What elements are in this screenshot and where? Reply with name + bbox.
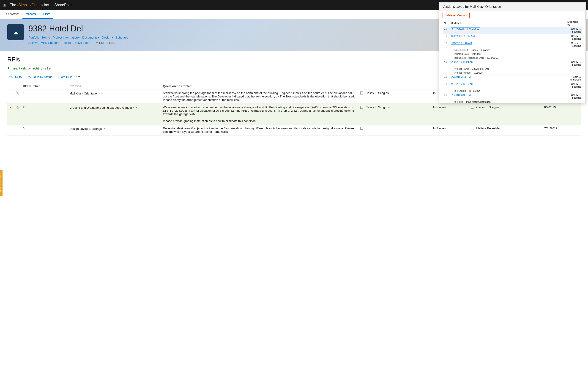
project-name: 9382 Hotel Del (28, 24, 131, 33)
version-modified-by: Casey L. Scogins (566, 27, 582, 34)
version-field-key: Requested Response Date 8/13/2019 (449, 56, 566, 60)
version-field-row: Project Number 109608 (442, 71, 582, 75)
hero-nav-row1: Portfolio Home Project Information Docum… (28, 35, 131, 40)
grid-icon[interactable]: ⊞ (3, 2, 6, 8)
version-date-link[interactable]: 8/13/2019 7:46 AM (451, 42, 472, 45)
new-task-link[interactable]: new task (12, 66, 26, 70)
row-attach: 📎 (14, 104, 21, 125)
row-assignee2: Casey L. Scogins (469, 104, 542, 125)
assignee1-checkbox[interactable] (360, 92, 363, 94)
nav-recycle-bin[interactable]: Recycle Bin (74, 41, 92, 45)
row-question: Reception desk area & adjacent offices t… (161, 125, 358, 136)
version-no: 7.0 (442, 27, 449, 34)
version-date-select[interactable]: 11/26/2019 11:00 AM (451, 28, 480, 31)
version-field-row: RFI Title Mail Kiosk Orientation (442, 100, 582, 103)
project-logo-icon: ☁ (7, 24, 24, 40)
version-modified: 4/24/2019 10:46 AM (449, 82, 566, 89)
assignee1-checkbox[interactable] (360, 106, 363, 109)
version-date-link[interactable]: 3/6/2019 3:02 PM (451, 94, 471, 96)
nav-recent[interactable]: Recent (61, 41, 74, 45)
filter-late-rfis[interactable]: *Late RFIs (56, 74, 74, 80)
edit-list-link[interactable]: edit (33, 66, 39, 70)
nav-vpo-support[interactable]: VPO Support (41, 41, 61, 45)
row-title: Mail Kiosk Orientation ··· (67, 89, 161, 104)
tab-list[interactable]: LIST (40, 10, 53, 19)
nav-portfolio[interactable]: Portfolio (28, 35, 42, 40)
version-field-key: Initiated Date 8/1/2019 (449, 52, 566, 56)
row-assignee1: Casey L. Scogins (359, 89, 431, 104)
row-title: Grading and Drainage Behind Garages A an… (67, 104, 161, 125)
col-question: Question or Problem (161, 83, 358, 89)
delete-all-versions-button[interactable]: Delete All Versions (442, 13, 470, 18)
row-assignee2: Melissa Berkebile (469, 125, 542, 136)
version-field-row: Project Name 9382 Hotel Del (442, 67, 582, 71)
version-field-key: Project Name 9382 Hotel Del (449, 67, 566, 71)
row-check (7, 125, 14, 136)
col-rfi-number: RFI Number (21, 83, 67, 89)
filter-all-rfis[interactable]: *All RFIs (7, 74, 24, 80)
version-field-row: Ball-in-Court Casey L. Scogins (442, 48, 582, 52)
nav-project-info[interactable]: Project Information (53, 35, 82, 40)
row-dots-menu[interactable]: ··· (133, 106, 137, 109)
version-col-modified-by: Modified by (566, 20, 582, 27)
nav-home[interactable]: Home (42, 35, 53, 40)
app-name: SharePoint (54, 3, 72, 7)
hero-nav-row2: Archive VPO Support Recent Recycle Bin ✏… (28, 41, 131, 45)
filter-all-rfis-by-status[interactable]: *All RFIs by Status (25, 74, 54, 80)
version-date-link[interactable]: 5/7/2019 2:11 PM (451, 76, 471, 78)
version-col-no: No. (442, 20, 449, 27)
version-field-row: RFI Status In Review (442, 89, 582, 93)
row-number: 2 (21, 104, 67, 125)
version-modified: 8/13/2019 7:46 AM (449, 41, 566, 48)
nav-design[interactable]: Design (102, 35, 116, 40)
assignee2-checkbox[interactable] (471, 127, 474, 130)
version-panel-body: Delete All Versions No. Modified Modifie… (439, 11, 586, 103)
version-field-key: RFI Title Mail Kiosk Orientation (449, 100, 566, 103)
version-row: 5.0 8/13/2019 7:46 AM Casey L. Scogins (442, 41, 582, 48)
version-date-link[interactable]: 10/23/2019 11:02 AM (451, 35, 475, 37)
version-field-key: Ball-in-Court Casey L. Scogins (449, 48, 566, 52)
row-assignee1: Casey L. Scogins (359, 104, 431, 125)
version-field-row: Requested Response Date 8/13/2019 (442, 56, 582, 60)
assignee1-checkbox[interactable] (360, 127, 363, 130)
version-panel: Versions saved for Mail Kiosk Orientatio… (439, 2, 586, 103)
add-task-icon[interactable]: + (7, 66, 10, 71)
or-text: or (28, 66, 31, 70)
version-field-key: Project Number 109608 (449, 71, 566, 75)
tab-tasks[interactable]: TASKS (22, 10, 40, 19)
col-check (7, 83, 14, 89)
version-modified-by: Casey L. Scogins (566, 34, 582, 41)
row-question: Architect is showing the package room at… (161, 89, 358, 104)
edit-links-button[interactable]: ✏ EDIT LINKS (96, 41, 115, 45)
vpo-support-sidebar[interactable]: VPO Support (0, 170, 2, 196)
pencil-icon: ✏ (96, 41, 98, 45)
version-modified: 7/29/2019 11:04 AM (449, 60, 566, 67)
version-modified-by: Casey L. Scogins (566, 82, 582, 89)
version-date-link[interactable]: 4/24/2019 10:46 AM (451, 83, 473, 85)
filter-more-button[interactable]: ••• (76, 75, 80, 79)
row-status: In Review (431, 125, 469, 136)
version-row: 7.0 11/26/2019 11:00 AM Casey L. Scogins (442, 27, 582, 34)
row-check (7, 89, 14, 104)
row-dots-menu[interactable]: ··· (103, 127, 107, 130)
table-row: ✓ 📎 2 Grading and Drainage Behind Garage… (7, 104, 581, 125)
row-dots-menu[interactable]: ··· (99, 91, 103, 95)
nav-schedule[interactable]: Schedule (116, 35, 131, 40)
assignee2-name: Casey L. Scogins (476, 106, 499, 109)
nav-archive[interactable]: Archive (28, 41, 41, 45)
version-no: 3.0 (442, 75, 449, 82)
row-question: We are experiencing a silt erosion probl… (161, 104, 358, 125)
row-check: ✓ (7, 104, 14, 125)
version-field-row: Initiated Date 8/1/2019 (442, 52, 582, 56)
versions-table: No. Modified Modified by 7.0 11/26/2019 … (442, 20, 582, 103)
version-date-link[interactable]: 7/29/2019 11:04 AM (451, 61, 473, 63)
assignee1-name: Casey L. Scogins (366, 106, 389, 109)
version-modified: 10/23/2019 11:02 AM (449, 34, 566, 41)
table-row: 3 Design Layout Drawings ··· Reception d… (7, 125, 581, 136)
assignee2-checkbox[interactable] (471, 106, 474, 109)
version-modified: 11/26/2019 11:00 AM (449, 27, 566, 34)
nav-documents[interactable]: Documents (82, 35, 102, 40)
version-modified: 3/6/2019 3:02 PM (449, 93, 566, 100)
tab-browse[interactable]: BROWSE (2, 10, 22, 19)
row-date: 7/31/2019 (542, 125, 581, 136)
